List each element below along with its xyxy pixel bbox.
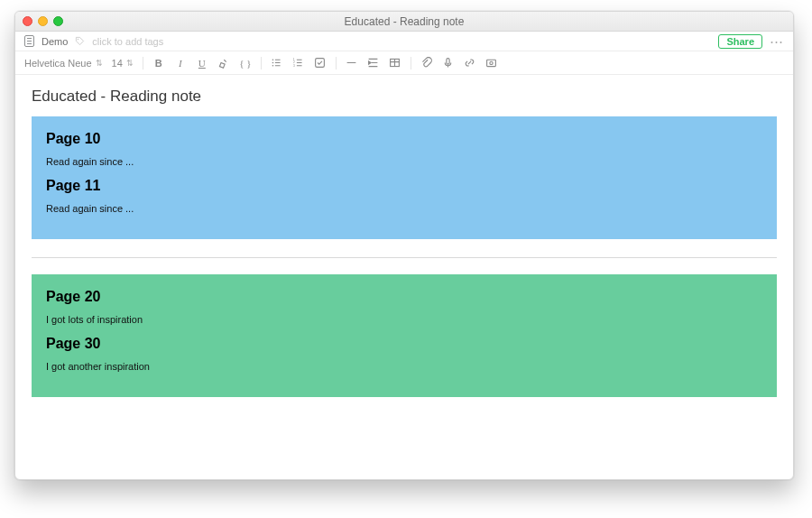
svg-rect-9: [447, 59, 449, 65]
chevron-updown-icon: ⇅: [126, 59, 134, 68]
code-block-button[interactable]: { }: [239, 57, 252, 69]
close-window-icon[interactable]: [23, 16, 32, 26]
checklist-button[interactable]: [314, 57, 327, 69]
block-body[interactable]: Read again since ...: [46, 156, 762, 167]
note-header: Demo click to add tags Share ⋯: [15, 32, 793, 51]
app-window: Educated - Reading note Demo click to ad…: [14, 11, 794, 480]
highlight-block-blue[interactable]: Page 10 Read again since ... Page 11 Rea…: [32, 116, 777, 239]
svg-point-2: [272, 62, 274, 64]
block-body[interactable]: I got lots of inspiration: [46, 314, 762, 325]
highlight-block-green[interactable]: Page 20 I got lots of inspiration Page 3…: [32, 274, 777, 397]
audio-button[interactable]: [442, 57, 455, 69]
attach-button[interactable]: [420, 57, 433, 69]
toolbar-separator: [336, 57, 337, 69]
font-family-select[interactable]: Helvetica Neue ⇅: [24, 58, 103, 69]
window-title: Educated - Reading note: [15, 15, 793, 28]
block-heading[interactable]: Page 20: [46, 289, 762, 305]
toolbar-separator: [411, 57, 411, 69]
block-body[interactable]: Read again since ...: [46, 203, 762, 214]
font-size-label: 14: [112, 58, 123, 69]
svg-point-11: [490, 61, 493, 64]
block-heading[interactable]: Page 11: [46, 178, 762, 194]
format-toolbar: Helvetica Neue ⇅ 14 ⇅ B I U { } 123: [15, 51, 793, 75]
highlight-button[interactable]: [217, 57, 230, 69]
indent-button[interactable]: [367, 57, 380, 69]
block-heading[interactable]: Page 10: [46, 131, 762, 147]
font-family-label: Helvetica Neue: [24, 58, 92, 69]
link-button[interactable]: [464, 57, 476, 69]
svg-rect-7: [316, 59, 325, 68]
toolbar-separator: [261, 57, 262, 69]
notebook-name[interactable]: Demo: [42, 36, 68, 47]
note-body[interactable]: Educated - Reading note Page 10 Read aga…: [15, 75, 793, 479]
svg-point-0: [78, 39, 78, 40]
toolbar-separator: [143, 57, 143, 69]
number-list-button[interactable]: 123: [292, 57, 305, 69]
tags-placeholder[interactable]: click to add tags: [92, 36, 163, 47]
block-heading[interactable]: Page 30: [46, 336, 762, 352]
traffic-lights: [23, 16, 63, 26]
svg-text:3: 3: [293, 63, 295, 68]
minimize-window-icon[interactable]: [38, 16, 48, 26]
bold-button[interactable]: B: [152, 57, 165, 69]
block-body[interactable]: I got another inspiration: [46, 361, 762, 372]
svg-point-1: [272, 59, 274, 60]
photo-button[interactable]: [485, 57, 498, 69]
svg-point-3: [272, 65, 274, 67]
chevron-updown-icon: ⇅: [96, 59, 103, 68]
titlebar: Educated - Reading note: [15, 12, 793, 32]
font-size-select[interactable]: 14 ⇅: [112, 58, 134, 69]
tag-icon[interactable]: [75, 36, 85, 46]
bullet-list-button[interactable]: [271, 57, 283, 69]
horizontal-rule-button[interactable]: [346, 57, 358, 69]
horizontal-rule: [32, 257, 777, 258]
underline-button[interactable]: U: [196, 57, 208, 69]
table-button[interactable]: [389, 57, 401, 69]
zoom-window-icon[interactable]: [53, 16, 63, 26]
italic-button[interactable]: I: [174, 57, 187, 69]
share-button[interactable]: Share: [718, 34, 762, 49]
notebook-icon[interactable]: [24, 35, 34, 47]
svg-rect-10: [487, 60, 496, 66]
note-title[interactable]: Educated - Reading note: [32, 88, 777, 106]
